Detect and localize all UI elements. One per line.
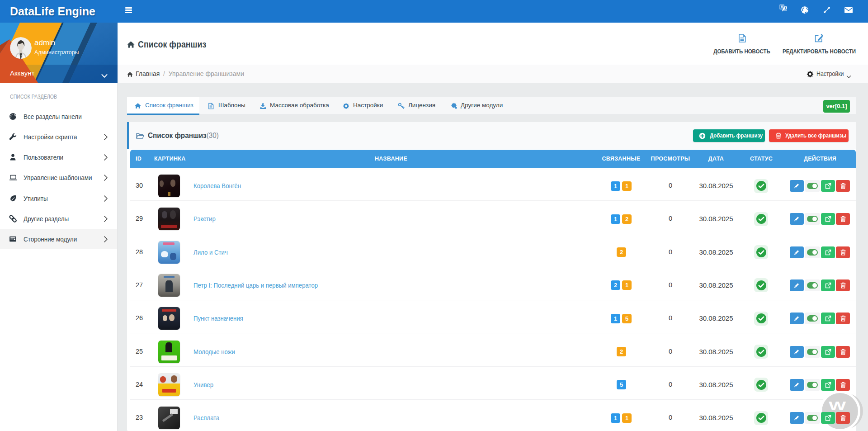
svg-text:W: W — [829, 399, 846, 412]
